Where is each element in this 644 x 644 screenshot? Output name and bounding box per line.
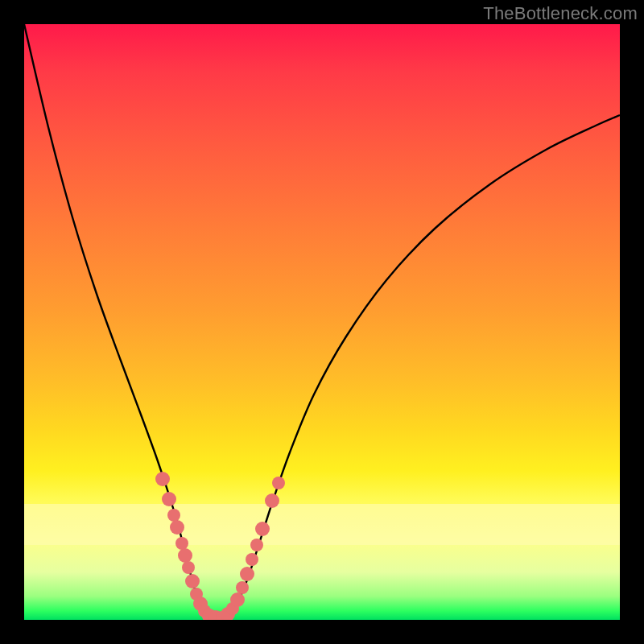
curve-marker bbox=[182, 561, 195, 574]
curve-marker bbox=[178, 548, 192, 563]
curve-markers bbox=[155, 472, 285, 620]
curve-marker bbox=[246, 553, 258, 566]
curve-marker bbox=[226, 602, 239, 615]
plot-area bbox=[24, 24, 620, 620]
curve-marker bbox=[208, 610, 223, 620]
chart-frame: TheBottleneck.com bbox=[0, 0, 644, 644]
curve-marker bbox=[221, 607, 235, 620]
curve-marker bbox=[190, 588, 203, 601]
curve-marker bbox=[193, 597, 208, 611]
highlight-band bbox=[24, 504, 620, 546]
curve-marker bbox=[185, 574, 200, 588]
curve-marker bbox=[272, 477, 285, 489]
curve-marker bbox=[216, 611, 229, 620]
curve-marker bbox=[202, 609, 217, 620]
curve-marker bbox=[230, 592, 245, 607]
curve-marker bbox=[236, 581, 249, 594]
curve-marker bbox=[155, 472, 170, 486]
curve-marker bbox=[198, 605, 211, 617]
curve-marker bbox=[240, 567, 254, 581]
watermark-text: TheBottleneck.com bbox=[483, 3, 638, 24]
